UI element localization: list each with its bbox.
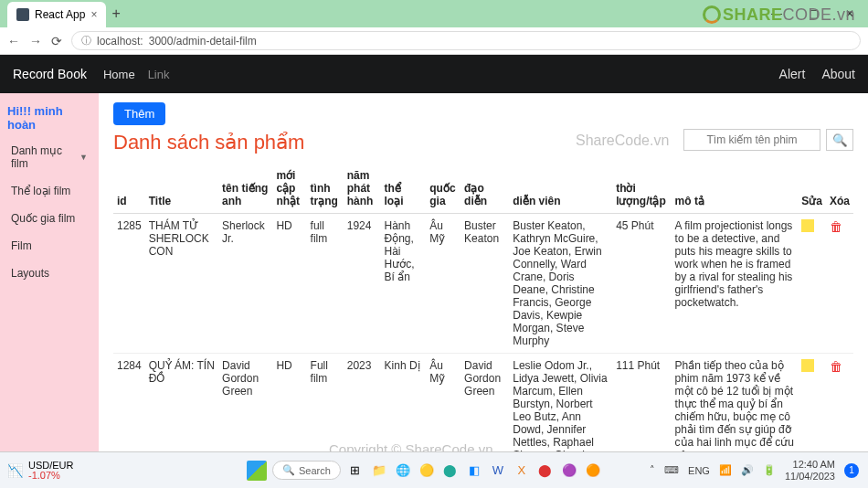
forward-icon[interactable]: →: [29, 34, 42, 48]
col-edit: Sửa: [798, 164, 826, 214]
cell-update: HD: [272, 354, 306, 452]
cell-status: full film: [307, 214, 344, 354]
cell-duration: 45 Phút: [612, 214, 671, 354]
col-update: mới cập nhật: [272, 164, 306, 214]
col-cast: diễn viên: [509, 164, 612, 214]
cell-year: 2023: [344, 354, 381, 452]
app-icon[interactable]: ⬤: [441, 461, 460, 480]
cell-id: 1284: [113, 354, 145, 452]
col-status: tình trạng: [307, 164, 344, 214]
cell-title: QUỶ ÁM: TÍN ĐỒ: [145, 354, 218, 452]
cell-country: Âu Mỹ: [426, 214, 460, 354]
notification-badge[interactable]: 1: [844, 463, 859, 478]
minimize-icon[interactable]: —: [758, 0, 795, 27]
table-row: 1285THÁM TỬ SHERLOCK CONSherlock Jr.HDfu…: [113, 214, 853, 354]
tab-favicon: [16, 8, 29, 21]
url-input[interactable]: ⓘ localhost:3000/admin-detail-film: [71, 31, 861, 50]
sidebar-item-category[interactable]: Danh mục film▼: [0, 137, 99, 177]
col-year: năm phát hành: [344, 164, 381, 214]
main-content: Thêm Danh sách sản phẩm 🔍 id Title tên t…: [99, 93, 868, 451]
cell-status: Full film: [307, 354, 344, 452]
explorer-icon[interactable]: 📁: [370, 461, 388, 480]
url-path: 3000/admin-detail-film: [149, 35, 257, 48]
greeting: Hi!!! minh hoàn: [0, 99, 99, 137]
app-navbar: Record Book Home Link Alert About: [0, 55, 868, 93]
start-icon[interactable]: [247, 461, 267, 481]
app2-icon[interactable]: ⬤: [536, 461, 555, 480]
cell-genre: Hành Động, Hài Hước, Bí ẩn: [381, 214, 427, 354]
xampp-icon[interactable]: X: [513, 461, 531, 480]
cell-duration: 111 Phút: [612, 354, 671, 452]
maximize-icon[interactable]: ▢: [795, 0, 831, 27]
edge-icon[interactable]: 🌐: [394, 461, 412, 480]
chevron-down-icon: ▼: [79, 153, 88, 162]
close-icon[interactable]: ✕: [831, 0, 868, 27]
col-duration: thời lượng/tập: [612, 164, 671, 214]
edit-icon[interactable]: [801, 219, 814, 232]
col-title: Title: [145, 164, 218, 214]
app3-icon[interactable]: 🟣: [560, 461, 578, 480]
lang-indicator[interactable]: ENG: [688, 465, 710, 476]
sound-icon[interactable]: 🔊: [741, 464, 754, 476]
cell-id: 1285: [113, 214, 145, 354]
new-tab-icon[interactable]: +: [111, 5, 120, 22]
page-title: Danh sách sản phẩm: [113, 131, 304, 154]
col-desc: mô tả: [672, 164, 799, 214]
cell-cast: Leslie Odom Jr., Lidya Jewett, Olivia Ma…: [509, 354, 612, 452]
app4-icon[interactable]: 🟠: [584, 461, 602, 480]
cell-title: THÁM TỬ SHERLOCK CON: [145, 214, 218, 354]
battery-icon[interactable]: 🔋: [763, 464, 776, 476]
sidebar: Hi!!! minh hoàn Danh mục film▼ Thể loại …: [0, 93, 99, 451]
add-button[interactable]: Thêm: [113, 102, 165, 125]
cell-cast: Buster Keaton, Kathryn McGuire, Joe Keat…: [509, 214, 612, 354]
forex-icon: 📉: [7, 463, 23, 478]
vscode-icon[interactable]: ◧: [465, 461, 483, 480]
delete-icon[interactable]: 🗑: [830, 359, 842, 374]
wifi-icon[interactable]: 📶: [719, 464, 732, 476]
search-input[interactable]: [683, 129, 820, 151]
table-row: 1284QUỶ ÁM: TÍN ĐỒDavid Gordon GreenHDFu…: [113, 354, 853, 452]
search-button[interactable]: 🔍: [826, 129, 853, 151]
reload-icon[interactable]: ⟳: [51, 34, 62, 48]
task-view-icon[interactable]: ⊞: [346, 461, 365, 480]
forex-widget[interactable]: USD/EUR -1.07%: [28, 461, 74, 481]
delete-icon[interactable]: 🗑: [830, 219, 842, 234]
cell-director: David Gordon Green: [460, 354, 509, 452]
window-controls: — ▢ ✕: [758, 0, 868, 27]
cell-genre: Kinh Dị: [381, 354, 427, 452]
nav-about[interactable]: About: [821, 67, 855, 81]
cell-update: HD: [272, 214, 306, 354]
back-icon[interactable]: ←: [7, 34, 20, 48]
tab-title: React App: [35, 8, 85, 21]
clock[interactable]: 12:40 AM 11/04/2023: [785, 459, 835, 481]
col-country: quốc gia: [426, 164, 460, 214]
col-genre: thể loại: [381, 164, 427, 214]
tab-close-icon[interactable]: ×: [90, 8, 97, 21]
col-del: Xóa: [826, 164, 853, 214]
sidebar-item-layouts[interactable]: Layouts: [0, 260, 99, 287]
edit-icon[interactable]: [801, 359, 814, 372]
info-icon: ⓘ: [81, 34, 91, 48]
address-bar: ← → ⟳ ⓘ localhost:3000/admin-detail-film: [0, 27, 868, 55]
nav-alert[interactable]: Alert: [779, 67, 806, 81]
col-id: id: [113, 164, 145, 214]
col-director: đạo diễn: [460, 164, 509, 214]
browser-titlebar: React App × + — ▢ ✕: [0, 0, 868, 27]
nav-home[interactable]: Home: [103, 68, 135, 81]
keyboard-icon[interactable]: ⌨: [664, 464, 679, 476]
sidebar-item-genre[interactable]: Thể loại film: [0, 177, 99, 205]
cell-eng: Sherlock Jr.: [218, 214, 272, 354]
nav-link[interactable]: Link: [148, 68, 170, 81]
cell-country: Âu Mỹ: [426, 354, 460, 452]
cell-eng: David Gordon Green: [218, 354, 272, 452]
sidebar-item-country[interactable]: Quốc gia film: [0, 205, 99, 232]
brand[interactable]: Record Book: [13, 67, 87, 81]
tray-up-icon[interactable]: ˄: [650, 464, 655, 476]
chrome-icon[interactable]: 🟡: [418, 461, 436, 480]
url-host: localhost:: [97, 35, 143, 48]
sidebar-item-film[interactable]: Film: [0, 232, 99, 260]
word-icon[interactable]: W: [489, 461, 507, 480]
taskbar-search[interactable]: 🔍 Search: [272, 461, 341, 480]
film-table: id Title tên tiếng anh mới cập nhật tình…: [113, 164, 853, 451]
browser-tab[interactable]: React App ×: [7, 2, 106, 27]
